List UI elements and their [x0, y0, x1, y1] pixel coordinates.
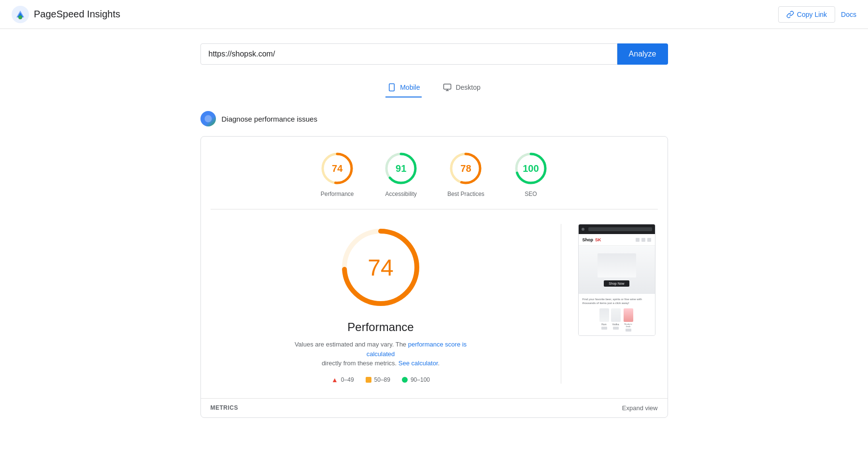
best-practices-score-label: Best Practices [447, 191, 484, 197]
score-item-best-practices[interactable]: 78 Best Practices [447, 151, 484, 197]
tab-desktop-label: Desktop [455, 83, 480, 91]
rtd-product-name: Ready to Drink [623, 323, 634, 328]
legend-item-green: 90–100 [402, 376, 430, 383]
screenshot-product-row: Rum Vodka Ready to D [583, 308, 651, 332]
screenshot-dot-1 [582, 228, 584, 231]
big-performance-score: 74 [368, 254, 393, 281]
perf-desc-middle: directly from these metrics. [322, 360, 397, 367]
app-title: PageSpeed Insights [34, 9, 120, 20]
legend-range-green: 90–100 [411, 376, 430, 383]
bottom-bar: METRICS Expand view [201, 398, 668, 417]
pagespeed-logo-icon [12, 6, 29, 23]
perf-calc-link2[interactable]: See calculator [398, 360, 438, 367]
screenshot-product-vodka: Vodka [611, 308, 621, 332]
performance-description: Values are estimated and may vary. The p… [284, 340, 477, 368]
screenshot-product-rtd: Ready to Drink [623, 308, 634, 332]
results-card: 74 Performance 91 Accessibility [200, 136, 668, 418]
diagnose-icon [200, 111, 216, 126]
vodka-product-name: Vodka [612, 323, 619, 326]
red-triangle-icon: ▲ [331, 376, 338, 384]
best-practices-circle: 78 [448, 151, 483, 186]
copy-link-button[interactable]: Copy Link [778, 6, 835, 23]
legend-range-orange: 50–89 [374, 376, 390, 383]
screenshot-nav-icon-1 [636, 238, 640, 242]
big-performance-circle: 74 [337, 224, 424, 311]
svg-point-7 [204, 115, 212, 123]
performance-title: Performance [347, 320, 413, 334]
screenshot-cta-button: Shop Now [604, 280, 629, 287]
screenshot-products: Find your favorite beer, spirits or fine… [579, 294, 655, 335]
main-content: Analyze Mobile Desktop Diagno [193, 29, 676, 432]
expand-view-button[interactable]: Expand view [622, 404, 658, 412]
header-right: Copy Link Docs [778, 6, 856, 23]
svg-rect-4 [444, 84, 451, 89]
metrics-label: METRICS [211, 404, 239, 411]
screenshot-navbar: Shop SK [579, 234, 655, 246]
screenshot-nav-icon-3 [647, 238, 651, 242]
link-icon [786, 11, 794, 18]
screenshot-body: Shop SK [579, 234, 655, 335]
score-item-seo[interactable]: 100 SEO [513, 151, 548, 197]
perf-desc-suffix: . [438, 360, 440, 367]
vodka-product-img [611, 308, 621, 322]
legend-item-red: ▲ 0–49 [331, 376, 354, 384]
performance-left: 74 Performance Values are estimated and … [211, 224, 561, 384]
desktop-icon [443, 83, 452, 92]
screenshot-hero: Shop Now [579, 246, 655, 294]
performance-circle: 74 [320, 151, 355, 186]
rum-product-img [599, 308, 609, 322]
seo-score-label: SEO [525, 191, 537, 197]
scores-row: 74 Performance 91 Accessibility [201, 137, 668, 209]
legend-item-orange: 50–89 [366, 376, 390, 383]
tab-desktop[interactable]: Desktop [441, 78, 482, 97]
header: PageSpeed Insights Copy Link Docs [0, 0, 868, 29]
performance-score-value: 74 [332, 163, 342, 174]
green-circle-icon [402, 377, 408, 383]
svg-point-1 [18, 15, 22, 19]
search-bar: Analyze [200, 43, 668, 65]
rum-product-name: Rum [601, 323, 607, 326]
screenshot-nav-icons [636, 238, 651, 242]
tabs-container: Mobile Desktop [200, 78, 668, 97]
screenshot-header-bar [579, 224, 655, 234]
score-legend: ▲ 0–49 50–89 90–100 [331, 376, 430, 384]
tab-mobile[interactable]: Mobile [385, 78, 422, 97]
rtd-product-img [624, 308, 633, 322]
analyze-button[interactable]: Analyze [617, 43, 668, 65]
screenshot-product-rum: Rum [599, 308, 609, 332]
best-practices-score-value: 78 [460, 163, 471, 174]
orange-square-icon [366, 377, 371, 383]
perf-desc-prefix: Values are estimated and may vary. The [295, 341, 406, 348]
copy-link-label: Copy Link [797, 11, 827, 18]
legend-range-red: 0–49 [341, 376, 354, 383]
website-screenshot: Shop SK [578, 224, 655, 336]
accessibility-score-label: Accessibility [385, 191, 416, 197]
performance-section: 74 Performance Values are estimated and … [201, 209, 668, 398]
screenshot-nav-icon-2 [641, 238, 645, 242]
mobile-icon [387, 83, 396, 92]
header-left: PageSpeed Insights [12, 6, 120, 23]
accessibility-circle: 91 [384, 151, 418, 186]
score-item-performance[interactable]: 74 Performance [320, 151, 355, 197]
score-item-accessibility[interactable]: 91 Accessibility [384, 151, 418, 197]
seo-circle: 100 [513, 151, 548, 186]
seo-score-value: 100 [523, 163, 539, 174]
accessibility-score-value: 91 [396, 163, 406, 174]
docs-link[interactable]: Docs [841, 11, 856, 18]
performance-right: Shop SK [561, 224, 658, 384]
performance-score-label: Performance [321, 191, 354, 197]
url-input[interactable] [200, 43, 617, 65]
diagnose-banner: Diagnose performance issues [200, 111, 668, 126]
diagnose-text: Diagnose performance issues [222, 115, 317, 123]
screenshot-tagline: Find your favorite beer, spirits or fine… [583, 298, 651, 305]
tab-mobile-label: Mobile [400, 83, 420, 91]
